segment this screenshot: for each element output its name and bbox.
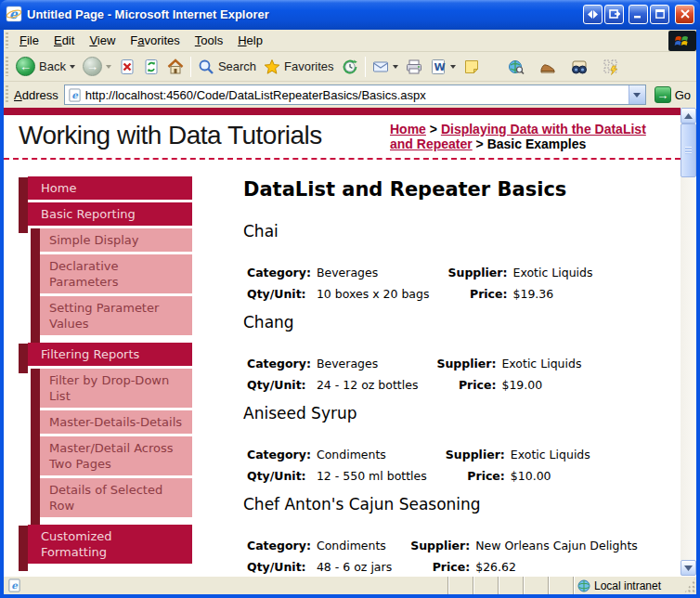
- address-bar-grip[interactable]: [6, 85, 8, 104]
- breadcrumb-home[interactable]: Home: [390, 122, 426, 136]
- back-icon: [16, 57, 35, 76]
- go-button[interactable]: Go: [651, 85, 696, 104]
- print-button[interactable]: [402, 57, 426, 77]
- addon-shoe-button[interactable]: [536, 57, 560, 77]
- globe-icon: [577, 579, 590, 592]
- sidebar-item-declarative-parameters[interactable]: Declarative Parameters: [40, 254, 192, 293]
- ie-logo-icon: e: [6, 6, 22, 22]
- sidebar-header-filtering-reports[interactable]: Filtering Reports: [28, 343, 192, 366]
- status-pane: [448, 577, 473, 594]
- forward-button[interactable]: [79, 55, 115, 78]
- back-button[interactable]: Back: [12, 55, 79, 78]
- mail-dropdown-icon[interactable]: [393, 65, 398, 69]
- address-url-text: http://localhost:4560/Code/DataListRepea…: [85, 88, 629, 102]
- menu-bar-grip[interactable]: [6, 32, 8, 47]
- price-value: $26.62: [473, 557, 640, 576]
- sidebar-item-filter-by-drop-down-list[interactable]: Filter by Drop-Down List: [40, 369, 192, 408]
- scrollbar-track[interactable]: [681, 124, 696, 560]
- toolbar-grip[interactable]: [6, 57, 8, 77]
- stop-button[interactable]: [115, 57, 139, 77]
- messenger-button[interactable]: [599, 57, 623, 77]
- sidebar-item-setting-parameter-values[interactable]: Setting Parameter Values: [40, 296, 192, 335]
- minimize-button[interactable]: [629, 5, 648, 24]
- price-value: $19.00: [499, 375, 583, 395]
- browser-window: e Untitled Page - Microsoft Internet Exp…: [0, 0, 700, 598]
- menu-tools[interactable]: Tools: [188, 31, 230, 50]
- product-name: Chai: [243, 222, 673, 240]
- msn-search-button[interactable]: [504, 57, 528, 77]
- close-button[interactable]: [675, 5, 694, 24]
- favorites-button[interactable]: Favorites: [260, 57, 337, 77]
- qty-value: 12 - 550 ml bottles: [315, 466, 431, 486]
- scroll-up-button[interactable]: [681, 108, 696, 124]
- sidebar-item-simple-display[interactable]: Simple Display: [40, 228, 192, 252]
- edit-dropdown-icon[interactable]: [450, 65, 456, 69]
- qty-label: Qty/Unit:: [245, 557, 313, 576]
- word-icon: W: [430, 58, 447, 75]
- browser-viewport: Working with Data Tutorials Home > Displ…: [4, 108, 696, 576]
- sidebar-header-basic-reporting[interactable]: Basic Reporting: [28, 202, 192, 226]
- search-icon: [198, 58, 214, 75]
- product-name: Aniseed Syrup: [243, 404, 673, 422]
- scroll-down-button[interactable]: [681, 560, 696, 576]
- sidebar-item-details-of-selected-row[interactable]: Details of Selected Row: [40, 478, 192, 517]
- product-name: Chef Anton's Cajun Seasoning: [243, 495, 673, 514]
- address-input[interactable]: e http://localhost:4560/Code/DataListRep…: [64, 84, 646, 105]
- standard-buttons-toolbar: Back: [4, 52, 696, 82]
- search-button[interactable]: Search: [194, 57, 260, 77]
- globe-search-icon: [508, 58, 525, 75]
- forward-icon: [83, 57, 102, 76]
- discuss-button[interactable]: [460, 57, 484, 77]
- qty-label: Qty/Unit:: [245, 284, 313, 304]
- product-list: Chai Category: Beverages Supplier: Exoti…: [243, 222, 673, 576]
- price-label: Price:: [433, 466, 507, 486]
- qty-value: 10 boxes x 20 bags: [315, 284, 434, 304]
- menu-file[interactable]: File: [12, 31, 46, 50]
- sidebar-item-master-details-details[interactable]: Master-Details-Details: [40, 410, 192, 434]
- category-label: Category:: [245, 354, 313, 373]
- qty-label: Qty/Unit:: [245, 375, 313, 395]
- supplier-label: Supplier:: [433, 445, 507, 464]
- status-page-icon: e: [7, 578, 21, 592]
- address-bar: Address e http://localhost:4560/Code/Dat…: [4, 82, 696, 108]
- home-button[interactable]: [163, 57, 188, 77]
- history-button[interactable]: [338, 57, 362, 77]
- research-button[interactable]: [567, 57, 591, 77]
- window-nav-button[interactable]: [583, 5, 603, 24]
- refresh-button[interactable]: [139, 57, 163, 77]
- vertical-scrollbar[interactable]: [681, 108, 696, 576]
- menu-favorites[interactable]: Favorites: [123, 31, 187, 50]
- price-value: $19.36: [512, 284, 595, 304]
- favorites-star-icon: [264, 58, 280, 75]
- toolbar-separator: [365, 57, 366, 77]
- edit-with-word-button[interactable]: W: [426, 57, 460, 77]
- product-item: Aniseed Syrup Category: Condiments Suppl…: [243, 404, 673, 488]
- sidebar-item-master-detail-across-two-pages[interactable]: Master/Detail Across Two Pages: [40, 436, 192, 475]
- menu-edit[interactable]: Edit: [46, 31, 82, 50]
- window-popout-button[interactable]: [604, 5, 624, 24]
- supplier-value: Exotic Liquids: [499, 354, 583, 373]
- status-pane: [524, 577, 549, 594]
- go-label: Go: [675, 88, 691, 102]
- menu-view[interactable]: View: [82, 31, 123, 50]
- scrollbar-thumb[interactable]: [681, 124, 696, 177]
- product-item: Chai Category: Beverages Supplier: Exoti…: [243, 222, 673, 306]
- resize-grip[interactable]: [683, 577, 696, 594]
- menu-help[interactable]: Help: [230, 31, 270, 50]
- stop-icon: [119, 58, 136, 75]
- back-label: Back: [39, 59, 66, 73]
- address-dropdown-button[interactable]: [629, 85, 645, 104]
- category-value: Condiments: [315, 445, 431, 464]
- category-label: Category:: [245, 263, 313, 282]
- masthead: Working with Data Tutorials Home > Displ…: [4, 115, 681, 158]
- svg-text:e: e: [9, 6, 19, 21]
- masthead-top-band: [4, 108, 681, 115]
- back-dropdown-icon[interactable]: [70, 65, 75, 69]
- window-title: Untitled Page - Microsoft Internet Explo…: [27, 7, 583, 21]
- product-item: Chang Category: Beverages Supplier: Exot…: [243, 313, 673, 396]
- sidebar-header-customized-formatting[interactable]: Customized Formatting: [28, 525, 192, 564]
- maximize-button[interactable]: [650, 5, 669, 24]
- sidebar-header-home[interactable]: Home: [28, 176, 192, 200]
- mail-button[interactable]: [369, 57, 402, 77]
- breadcrumb-separator: >: [473, 136, 487, 151]
